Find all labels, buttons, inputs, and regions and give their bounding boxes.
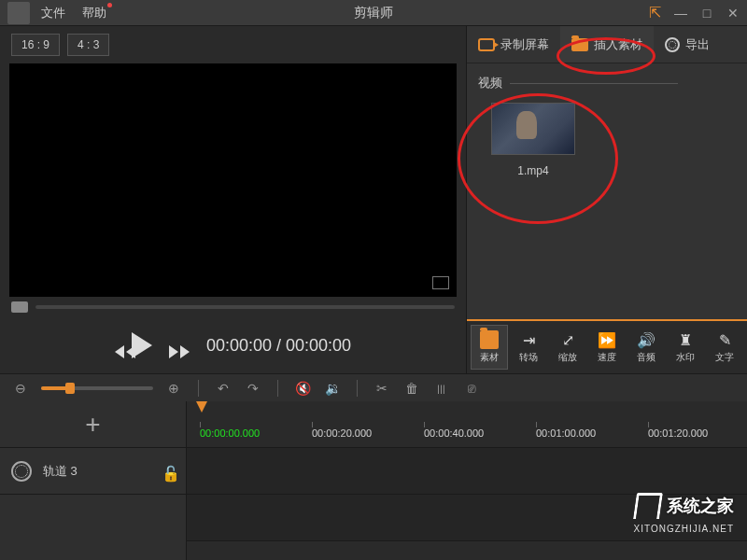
time-tick: 00:01:20.000: [648, 427, 708, 439]
time-tick: 00:00:40.000: [424, 427, 484, 439]
tool-scale[interactable]: ⤢缩放: [549, 325, 586, 370]
thumbnail-image: [491, 103, 575, 155]
scrub-bar: [0, 297, 466, 317]
tool-speed[interactable]: ⏩速度: [588, 325, 626, 370]
film-reel-icon: [665, 37, 680, 52]
separator: [277, 380, 278, 397]
video-section-label: 视频: [478, 75, 736, 91]
timeline: + 轨道 3 🔓 00:00:00.000 00:00:20.000 00:00…: [0, 401, 747, 560]
track-lane[interactable]: [187, 448, 747, 495]
media-top-tabs: 录制屏幕 插入素材 导出: [467, 26, 747, 63]
window-controls: ⇱ — □ ✕: [648, 7, 740, 20]
volume-button[interactable]: 🔉: [323, 379, 342, 398]
timecode-display: 00:00:00 / 00:00:00: [206, 336, 351, 356]
minimize-button[interactable]: —: [674, 7, 687, 20]
time-ruler[interactable]: 00:00:00.000 00:00:20.000 00:00:40.000 0…: [187, 401, 747, 448]
adjust-button[interactable]: ⎚: [462, 379, 481, 398]
house-icon: [635, 493, 661, 519]
video-preview[interactable]: [9, 63, 457, 297]
scrub-track[interactable]: [35, 305, 455, 309]
tool-audio[interactable]: 🔊音频: [627, 325, 665, 370]
menu-file[interactable]: 文件: [41, 5, 65, 21]
lock-icon[interactable]: 🔓: [162, 465, 175, 478]
transition-icon: ⇥: [519, 330, 538, 349]
folder-icon: [571, 38, 588, 51]
redo-button[interactable]: ↷: [244, 379, 262, 398]
mute-button[interactable]: 🔇: [293, 379, 312, 398]
media-panel: 录制屏幕 插入素材 导出 视频 1.mp4 素材 ⇥转场 ⤢缩放 ⏩速度 🔊音频: [466, 26, 747, 373]
playback-controls: 00:00:00 / 00:00:00: [0, 317, 466, 373]
scale-icon: ⤢: [558, 330, 577, 349]
media-library: 视频 1.mp4: [467, 63, 747, 319]
tool-material[interactable]: 素材: [471, 325, 508, 370]
aspect-ratio-row: 16 : 9 4 : 3: [0, 26, 466, 63]
levels-button[interactable]: ⫼: [432, 379, 451, 398]
timeline-toolbar: ⊖ ⊕ ↶ ↷ 🔇 🔉 ✂ 🗑 ⫼ ⎚: [0, 373, 747, 401]
menu-help[interactable]: 帮助: [82, 5, 106, 21]
text-icon: ✎: [715, 330, 734, 349]
main-area: 16 : 9 4 : 3 00:00:00 / 00:00:00 录制屏幕: [0, 26, 747, 373]
timeline-body[interactable]: 00:00:00.000 00:00:20.000 00:00:40.000 0…: [187, 401, 747, 560]
add-track-button[interactable]: +: [0, 401, 186, 448]
tool-watermark[interactable]: ♜水印: [667, 325, 704, 370]
folder-icon: [480, 330, 499, 349]
zoom-in-button[interactable]: ⊕: [164, 379, 183, 398]
popout-icon[interactable]: ⇱: [648, 7, 661, 20]
undo-button[interactable]: ↶: [214, 379, 233, 398]
scrub-handle[interactable]: [11, 301, 28, 313]
tool-transition[interactable]: ⇥转场: [510, 325, 547, 370]
delete-button[interactable]: 🗑: [402, 379, 421, 398]
track-name: 轨道 3: [43, 463, 150, 480]
audio-icon: 🔊: [637, 330, 655, 349]
time-tick: 00:00:20.000: [312, 427, 372, 439]
track-header-column: + 轨道 3 🔓: [0, 401, 187, 560]
titlebar: 文件 帮助 剪辑师 ⇱ — □ ✕: [0, 0, 747, 26]
tab-record-screen[interactable]: 录制屏幕: [467, 26, 560, 63]
time-tick: 00:00:00.000: [200, 427, 260, 439]
zoom-slider[interactable]: [41, 386, 153, 390]
separator: [198, 380, 199, 397]
track-row[interactable]: 轨道 3 🔓: [0, 448, 186, 495]
user-avatar[interactable]: [7, 2, 30, 24]
aspect-169-button[interactable]: 16 : 9: [11, 34, 60, 56]
tool-text[interactable]: ✎文字: [706, 325, 743, 370]
time-tick: 00:01:00.000: [536, 427, 596, 439]
app-title: 剪辑师: [354, 5, 393, 21]
tab-export[interactable]: 导出: [654, 26, 721, 63]
tool-tabs: 素材 ⇥转场 ⤢缩放 ⏩速度 🔊音频 ♜水印 ✎文字: [467, 319, 747, 373]
playhead[interactable]: [196, 401, 207, 413]
preview-panel: 16 : 9 4 : 3 00:00:00 / 00:00:00: [0, 26, 466, 373]
cut-button[interactable]: ✂: [373, 379, 391, 398]
watermark-logo: 系统之家: [635, 493, 734, 519]
watermark-icon: ♜: [676, 330, 695, 349]
maximize-button[interactable]: □: [700, 7, 713, 20]
close-button[interactable]: ✕: [726, 7, 740, 20]
play-button[interactable]: [132, 332, 152, 358]
media-thumbnail[interactable]: 1.mp4: [491, 103, 575, 177]
camera-icon: [478, 38, 495, 51]
zoom-out-button[interactable]: ⊖: [11, 379, 30, 398]
fullscreen-icon[interactable]: [432, 276, 449, 289]
tab-insert-material[interactable]: 插入素材: [560, 26, 654, 63]
watermark-subtitle: XITONGZHIJIA.NET: [634, 524, 735, 534]
separator: [357, 380, 358, 397]
film-reel-icon: [11, 461, 32, 482]
speed-icon: ⏩: [598, 330, 616, 349]
aspect-43-button[interactable]: 4 : 3: [67, 34, 109, 56]
thumbnail-label: 1.mp4: [491, 164, 575, 177]
